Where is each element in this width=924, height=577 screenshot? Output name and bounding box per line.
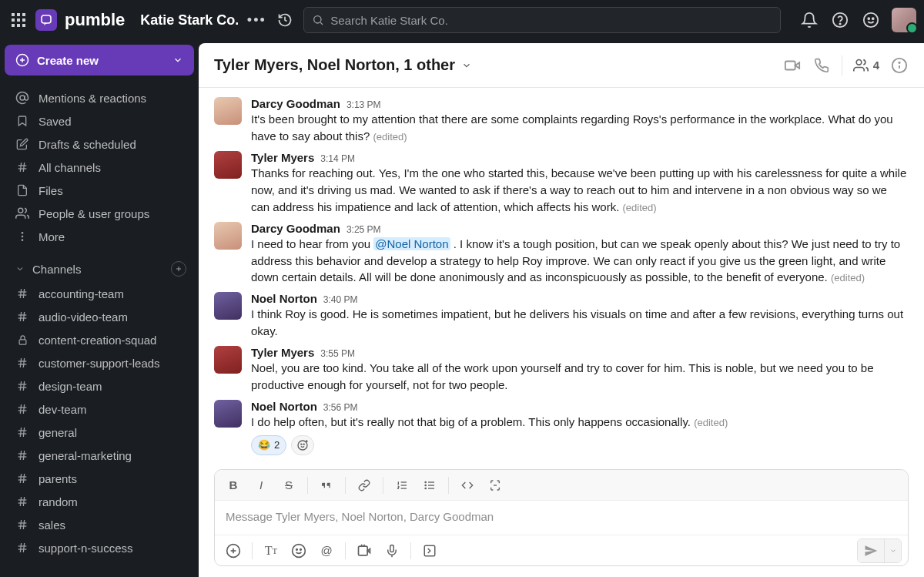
nav-item-label: People & user groups [38, 207, 149, 220]
svg-point-27 [22, 236, 24, 238]
italic-button[interactable]: I [249, 474, 273, 497]
svg-line-74 [20, 543, 21, 552]
message-time: 3:40 PM [323, 294, 358, 305]
hash-icon [15, 379, 29, 393]
svg-point-16 [872, 18, 874, 19]
message: Noel Norton3:40 PMI think Roy is good. H… [199, 289, 924, 343]
nav-item-all-chan[interactable]: All channels [5, 156, 194, 179]
message-author[interactable]: Darcy Goodman [251, 222, 340, 235]
message-author[interactable]: Tyler Myers [251, 346, 314, 359]
formatting-toggle-button[interactable]: TT [259, 539, 283, 562]
svg-line-11 [320, 22, 323, 25]
ordered-list-button[interactable] [390, 474, 414, 497]
add-reaction-button[interactable] [291, 435, 314, 455]
avatar[interactable] [214, 346, 242, 374]
avatar[interactable] [214, 97, 242, 125]
avatar[interactable] [214, 400, 242, 428]
svg-point-82 [298, 441, 307, 450]
avatar[interactable] [214, 222, 242, 250]
nav-item-more[interactable]: More [5, 225, 194, 248]
channel-item-content-creation-squad[interactable]: content-creation-squad [5, 328, 194, 351]
avatar[interactable] [214, 151, 242, 179]
send-button[interactable] [858, 539, 884, 562]
channels-section-header[interactable]: Channels [5, 256, 194, 282]
channel-item-random[interactable]: random [5, 490, 194, 513]
message-text: Thanks for reaching out. Yes, I'm the on… [251, 165, 909, 216]
chevron-down-icon [15, 264, 25, 273]
message-author[interactable]: Noel Norton [251, 292, 317, 305]
nav-item-drafts[interactable]: Drafts & scheduled [5, 133, 194, 156]
lock-icon [15, 333, 29, 347]
strike-button[interactable]: S [276, 474, 301, 497]
svg-point-94 [425, 485, 426, 485]
nav-item-mentions[interactable]: Mentions & reactions [5, 86, 194, 109]
create-new-button[interactable]: Create new [5, 45, 194, 75]
mention[interactable]: @Noel Norton [373, 237, 450, 250]
search-bar[interactable] [303, 7, 781, 33]
record-audio-button[interactable] [380, 539, 404, 562]
channel-item-customer-support-leads[interactable]: customer-support-leads [5, 351, 194, 374]
emoji-status-icon[interactable] [861, 10, 881, 30]
header-divider [842, 55, 842, 75]
code-block-button[interactable] [483, 474, 507, 497]
mention-button[interactable]: @ [314, 539, 339, 562]
message-author[interactable]: Darcy Goodman [251, 97, 340, 110]
add-channel-icon[interactable] [171, 261, 186, 277]
chat-title[interactable]: Tyler Myers, Noel Norton, 1 other [214, 56, 472, 74]
svg-rect-107 [390, 545, 394, 552]
channel-item-support-n-success[interactable]: support-n-success [5, 536, 194, 559]
composer-input[interactable] [215, 501, 908, 535]
svg-line-67 [23, 497, 24, 506]
channel-item-parents[interactable]: parents [5, 467, 194, 490]
link-button[interactable] [352, 474, 377, 497]
bold-button[interactable]: B [221, 474, 246, 497]
message-author[interactable]: Noel Norton [251, 400, 317, 413]
channel-item-dev-team[interactable]: dev-team [5, 398, 194, 421]
channel-item-label: general [38, 426, 77, 439]
emoji-button[interactable] [286, 539, 311, 562]
channel-item-sales[interactable]: sales [5, 513, 194, 536]
nav-item-files[interactable]: Files [5, 179, 194, 202]
reaction-emoji: 😂 [258, 439, 270, 451]
workspace-name[interactable]: Katie Stark Co. [140, 12, 239, 29]
notifications-icon[interactable] [799, 10, 819, 30]
reaction-chip[interactable]: 😂2 [251, 435, 286, 455]
edited-label: (edited) [622, 202, 656, 213]
message: Darcy Goodman3:25 PMI need to hear from … [199, 219, 924, 290]
bullet-list-button[interactable] [417, 474, 442, 497]
send-options-button[interactable] [884, 539, 901, 562]
channel-item-design-team[interactable]: design-team [5, 374, 194, 398]
record-video-button[interactable] [352, 539, 377, 562]
video-call-icon[interactable] [783, 56, 802, 75]
chevron-down-icon [461, 60, 472, 71]
search-icon [312, 14, 324, 26]
info-icon[interactable] [890, 56, 909, 75]
app-grid-icon[interactable] [9, 11, 28, 29]
search-input[interactable] [330, 14, 772, 27]
channel-item-audio-video-team[interactable]: audio-video-team [5, 305, 194, 328]
workspace-menu-icon[interactable]: ••• [246, 10, 266, 30]
channel-item-accounting-team[interactable]: accounting-team [5, 282, 194, 305]
svg-rect-2 [22, 13, 25, 16]
current-user-avatar[interactable] [892, 8, 916, 32]
audio-call-icon[interactable] [812, 56, 831, 75]
code-button[interactable] [455, 474, 480, 497]
quote-button[interactable] [314, 474, 339, 497]
message-author[interactable]: Tyler Myers [251, 151, 314, 164]
channel-item-general-marketing[interactable]: general-marketing [5, 444, 194, 467]
svg-line-38 [23, 312, 24, 321]
help-icon[interactable] [830, 10, 850, 30]
channels-section-label: Channels [32, 263, 81, 276]
avatar[interactable] [214, 292, 242, 320]
shortcuts-button[interactable] [417, 539, 442, 562]
edited-label: (edited) [373, 131, 407, 143]
nav-item-people[interactable]: People & user groups [5, 202, 194, 225]
channel-item-label: random [38, 495, 78, 508]
attach-button[interactable] [221, 539, 246, 562]
history-icon[interactable] [274, 9, 296, 31]
channel-item-general[interactable]: general [5, 421, 194, 444]
svg-point-93 [425, 481, 426, 482]
member-count-button[interactable]: 4 [853, 58, 879, 73]
nav-item-saved[interactable]: Saved [5, 109, 194, 133]
pumble-logo-icon [35, 9, 57, 31]
